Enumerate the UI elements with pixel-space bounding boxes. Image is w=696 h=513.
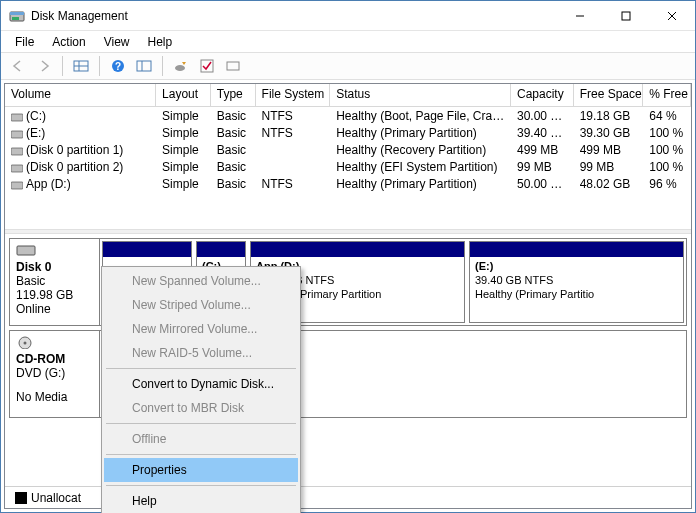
cdrom-name: CD-ROM (16, 352, 93, 366)
more-button[interactable] (222, 55, 244, 77)
svg-rect-2 (12, 17, 19, 20)
svg-rect-12 (137, 61, 151, 71)
cdrom-icon (16, 335, 36, 349)
partition[interactable]: (E:)39.40 GB NTFSHealthy (Primary Partit… (469, 241, 684, 323)
cdrom-drive: DVD (G:) (16, 366, 93, 380)
disk-icon (16, 243, 36, 257)
help-button[interactable]: ? (107, 55, 129, 77)
svg-rect-19 (11, 148, 23, 155)
disk-0-state: Online (16, 302, 93, 316)
action-checkmark-button[interactable] (196, 55, 218, 77)
menu-help[interactable]: Help (140, 33, 181, 51)
close-button[interactable] (649, 1, 695, 31)
svg-rect-21 (11, 182, 23, 189)
svg-rect-15 (201, 60, 213, 72)
col-freespace[interactable]: Free Space (574, 84, 644, 106)
ctx-convert-dynamic[interactable]: Convert to Dynamic Disk... (104, 372, 298, 396)
disk-0-size: 119.98 GB (16, 288, 93, 302)
disk-0-type: Basic (16, 274, 93, 288)
table-row[interactable]: (Disk 0 partition 1)SimpleBasicHealthy (… (5, 141, 691, 158)
svg-rect-4 (622, 12, 630, 20)
menubar: File Action View Help (1, 31, 695, 52)
col-pctfree[interactable]: % Free (643, 84, 691, 106)
svg-rect-22 (17, 246, 35, 255)
disk-0-label[interactable]: Disk 0 Basic 119.98 GB Online (10, 239, 100, 325)
svg-text:?: ? (115, 61, 121, 72)
ctx-new-striped[interactable]: New Striped Volume... (104, 293, 298, 317)
col-capacity[interactable]: Capacity (511, 84, 574, 106)
maximize-button[interactable] (603, 1, 649, 31)
context-menu: New Spanned Volume... New Striped Volume… (101, 266, 301, 513)
table-body: (C:)SimpleBasicNTFSHealthy (Boot, Page F… (5, 107, 691, 192)
cdrom-label[interactable]: CD-ROM DVD (G:) No Media (10, 331, 100, 417)
menu-file[interactable]: File (7, 33, 42, 51)
col-status[interactable]: Status (330, 84, 511, 106)
ctx-new-spanned[interactable]: New Spanned Volume... (104, 269, 298, 293)
ctx-help[interactable]: Help (104, 489, 298, 513)
ctx-new-mirrored[interactable]: New Mirrored Volume... (104, 317, 298, 341)
app-icon (9, 8, 25, 24)
svg-rect-16 (227, 62, 239, 70)
ctx-new-raid5[interactable]: New RAID-5 Volume... (104, 341, 298, 365)
svg-point-14 (175, 65, 185, 71)
table-row[interactable]: App (D:)SimpleBasicNTFSHealthy (Primary … (5, 175, 691, 192)
col-filesystem[interactable]: File System (256, 84, 331, 106)
menu-action[interactable]: Action (44, 33, 93, 51)
disk-management-window: Disk Management File Action View Help ? … (0, 0, 696, 513)
window-title: Disk Management (31, 9, 557, 23)
minimize-button[interactable] (557, 1, 603, 31)
refresh-button[interactable] (170, 55, 192, 77)
forward-button[interactable] (33, 55, 55, 77)
cdrom-state: No Media (16, 390, 93, 404)
table-row[interactable]: (E:)SimpleBasicNTFSHealthy (Primary Part… (5, 124, 691, 141)
svg-rect-18 (11, 131, 23, 138)
svg-rect-1 (10, 12, 24, 15)
svg-rect-20 (11, 165, 23, 172)
table-row[interactable]: (C:)SimpleBasicNTFSHealthy (Boot, Page F… (5, 107, 691, 124)
show-hide-console-button[interactable] (70, 55, 92, 77)
svg-rect-17 (11, 114, 23, 121)
titlebar: Disk Management (1, 1, 695, 31)
volume-table: Volume Layout Type File System Status Ca… (5, 84, 691, 229)
col-type[interactable]: Type (211, 84, 256, 106)
ctx-properties[interactable]: Properties (104, 458, 298, 482)
menu-view[interactable]: View (96, 33, 138, 51)
ctx-offline[interactable]: Offline (104, 427, 298, 451)
disk-0-name: Disk 0 (16, 260, 93, 274)
settings-button[interactable] (133, 55, 155, 77)
back-button[interactable] (7, 55, 29, 77)
table-header: Volume Layout Type File System Status Ca… (5, 84, 691, 107)
legend-unallocated: Unallocat (15, 491, 81, 505)
toolbar: ? (1, 52, 695, 80)
ctx-convert-mbr[interactable]: Convert to MBR Disk (104, 396, 298, 420)
col-layout[interactable]: Layout (156, 84, 211, 106)
table-row[interactable]: (Disk 0 partition 2)SimpleBasicHealthy (… (5, 158, 691, 175)
svg-point-24 (24, 342, 27, 345)
col-volume[interactable]: Volume (5, 84, 156, 106)
